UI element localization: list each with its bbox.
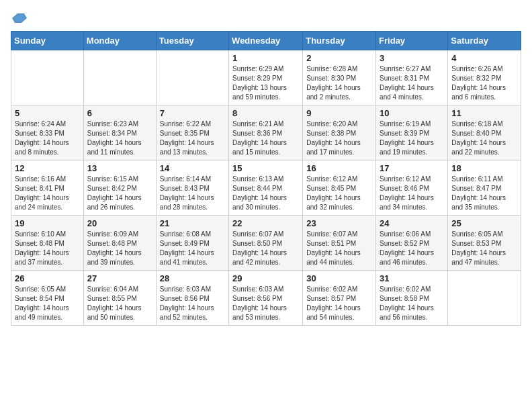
day-number: 3: [380, 53, 444, 63]
day-number: 7: [160, 108, 225, 118]
day-info: Sunrise: 6:11 AMSunset: 8:47 PMDaylight:…: [451, 175, 517, 212]
day-info: Sunrise: 6:06 AMSunset: 8:52 PMDaylight:…: [380, 230, 444, 267]
calendar-cell: 4Sunrise: 6:26 AMSunset: 8:32 PMDaylight…: [448, 50, 521, 105]
day-number: 8: [232, 108, 299, 118]
calendar-cell: 23Sunrise: 6:07 AMSunset: 8:51 PMDayligh…: [303, 216, 376, 271]
day-info: Sunrise: 6:12 AMSunset: 8:46 PMDaylight:…: [380, 175, 444, 212]
day-info: Sunrise: 6:02 AMSunset: 8:58 PMDaylight:…: [380, 285, 444, 322]
day-info: Sunrise: 6:10 AMSunset: 8:48 PMDaylight:…: [15, 230, 80, 267]
day-info: Sunrise: 6:13 AMSunset: 8:44 PMDaylight:…: [232, 175, 299, 212]
calendar-cell: 16Sunrise: 6:12 AMSunset: 8:45 PMDayligh…: [303, 161, 376, 216]
day-number: 17: [380, 163, 444, 173]
calendar-cell: 29Sunrise: 6:03 AMSunset: 8:56 PMDayligh…: [229, 271, 303, 326]
calendar-cell: 8Sunrise: 6:21 AMSunset: 8:36 PMDaylight…: [229, 105, 303, 161]
day-number: 2: [306, 53, 372, 63]
day-number: 12: [15, 163, 80, 173]
calendar-cell: 27Sunrise: 6:04 AMSunset: 8:55 PMDayligh…: [83, 271, 156, 326]
day-info: Sunrise: 6:27 AMSunset: 8:31 PMDaylight:…: [380, 64, 444, 102]
col-header-sunday: Sunday: [11, 32, 84, 50]
calendar-cell: [448, 271, 521, 326]
day-info: Sunrise: 6:22 AMSunset: 8:35 PMDaylight:…: [160, 120, 225, 157]
col-header-monday: Monday: [83, 32, 156, 50]
logo: [11, 11, 27, 23]
calendar-cell: 13Sunrise: 6:15 AMSunset: 8:42 PMDayligh…: [83, 161, 156, 216]
calendar-cell: 18Sunrise: 6:11 AMSunset: 8:47 PMDayligh…: [448, 161, 521, 216]
day-info: Sunrise: 6:08 AMSunset: 8:49 PMDaylight:…: [160, 230, 225, 267]
day-number: 5: [15, 108, 80, 118]
calendar-cell: 12Sunrise: 6:16 AMSunset: 8:41 PMDayligh…: [11, 161, 84, 216]
day-info: Sunrise: 6:03 AMSunset: 8:56 PMDaylight:…: [160, 285, 225, 322]
calendar-cell: 10Sunrise: 6:19 AMSunset: 8:39 PMDayligh…: [376, 105, 448, 161]
calendar-cell: 9Sunrise: 6:20 AMSunset: 8:38 PMDaylight…: [303, 105, 376, 161]
day-number: 19: [15, 218, 80, 228]
calendar-table: SundayMondayTuesdayWednesdayThursdayFrid…: [11, 31, 521, 326]
day-info: Sunrise: 6:28 AMSunset: 8:30 PMDaylight:…: [306, 64, 372, 102]
day-number: 6: [87, 108, 152, 118]
calendar-cell: 1Sunrise: 6:29 AMSunset: 8:29 PMDaylight…: [229, 50, 303, 105]
day-info: Sunrise: 6:04 AMSunset: 8:55 PMDaylight:…: [87, 285, 152, 322]
calendar-cell: 28Sunrise: 6:03 AMSunset: 8:56 PMDayligh…: [156, 271, 228, 326]
day-info: Sunrise: 6:19 AMSunset: 8:39 PMDaylight:…: [380, 120, 444, 157]
day-info: Sunrise: 6:02 AMSunset: 8:57 PMDaylight:…: [306, 285, 372, 322]
day-info: Sunrise: 6:23 AMSunset: 8:34 PMDaylight:…: [87, 120, 152, 157]
logo-icon: [12, 11, 27, 26]
col-header-saturday: Saturday: [448, 32, 521, 50]
day-number: 24: [380, 218, 444, 228]
col-header-wednesday: Wednesday: [229, 32, 303, 50]
calendar-week-row: 1Sunrise: 6:29 AMSunset: 8:29 PMDaylight…: [11, 50, 521, 105]
day-number: 13: [87, 163, 152, 173]
calendar-cell: 6Sunrise: 6:23 AMSunset: 8:34 PMDaylight…: [83, 105, 156, 161]
day-number: 27: [87, 273, 152, 283]
day-info: Sunrise: 6:03 AMSunset: 8:56 PMDaylight:…: [232, 285, 299, 322]
calendar-cell: [11, 50, 84, 105]
day-info: Sunrise: 6:07 AMSunset: 8:51 PMDaylight:…: [306, 230, 372, 267]
calendar-cell: [83, 50, 156, 105]
day-number: 10: [380, 108, 444, 118]
day-info: Sunrise: 6:14 AMSunset: 8:43 PMDaylight:…: [160, 175, 225, 212]
calendar-cell: 19Sunrise: 6:10 AMSunset: 8:48 PMDayligh…: [11, 216, 84, 271]
col-header-tuesday: Tuesday: [156, 32, 228, 50]
day-number: 20: [87, 218, 152, 228]
calendar-cell: 5Sunrise: 6:24 AMSunset: 8:33 PMDaylight…: [11, 105, 84, 161]
day-info: Sunrise: 6:24 AMSunset: 8:33 PMDaylight:…: [15, 120, 80, 157]
day-info: Sunrise: 6:18 AMSunset: 8:40 PMDaylight:…: [451, 120, 517, 157]
calendar-cell: 3Sunrise: 6:27 AMSunset: 8:31 PMDaylight…: [376, 50, 448, 105]
day-number: 15: [232, 163, 299, 173]
day-info: Sunrise: 6:12 AMSunset: 8:45 PMDaylight:…: [306, 175, 372, 212]
day-info: Sunrise: 6:07 AMSunset: 8:50 PMDaylight:…: [232, 230, 299, 267]
calendar-cell: 15Sunrise: 6:13 AMSunset: 8:44 PMDayligh…: [229, 161, 303, 216]
calendar-cell: [156, 50, 228, 105]
calendar-header-row: SundayMondayTuesdayWednesdayThursdayFrid…: [11, 32, 521, 50]
calendar-cell: 30Sunrise: 6:02 AMSunset: 8:57 PMDayligh…: [303, 271, 376, 326]
day-number: 9: [306, 108, 372, 118]
col-header-thursday: Thursday: [303, 32, 376, 50]
calendar-cell: 14Sunrise: 6:14 AMSunset: 8:43 PMDayligh…: [156, 161, 228, 216]
day-info: Sunrise: 6:09 AMSunset: 8:48 PMDaylight:…: [87, 230, 152, 267]
day-number: 16: [306, 163, 372, 173]
day-info: Sunrise: 6:26 AMSunset: 8:32 PMDaylight:…: [451, 64, 517, 102]
day-number: 23: [306, 218, 372, 228]
calendar-cell: 24Sunrise: 6:06 AMSunset: 8:52 PMDayligh…: [376, 216, 448, 271]
day-number: 26: [15, 273, 80, 283]
calendar-cell: 2Sunrise: 6:28 AMSunset: 8:30 PMDaylight…: [303, 50, 376, 105]
day-number: 25: [451, 218, 517, 228]
day-number: 21: [160, 218, 225, 228]
calendar-cell: 20Sunrise: 6:09 AMSunset: 8:48 PMDayligh…: [83, 216, 156, 271]
calendar-cell: 26Sunrise: 6:05 AMSunset: 8:54 PMDayligh…: [11, 271, 84, 326]
day-number: 30: [306, 273, 372, 283]
day-info: Sunrise: 6:20 AMSunset: 8:38 PMDaylight:…: [306, 120, 372, 157]
day-number: 4: [451, 53, 517, 63]
page-header: [11, 11, 521, 23]
day-number: 31: [380, 273, 444, 283]
day-info: Sunrise: 6:29 AMSunset: 8:29 PMDaylight:…: [232, 64, 299, 102]
calendar-week-row: 26Sunrise: 6:05 AMSunset: 8:54 PMDayligh…: [11, 271, 521, 326]
day-number: 28: [160, 273, 225, 283]
day-info: Sunrise: 6:15 AMSunset: 8:42 PMDaylight:…: [87, 175, 152, 212]
day-info: Sunrise: 6:05 AMSunset: 8:54 PMDaylight:…: [15, 285, 80, 322]
calendar-cell: 22Sunrise: 6:07 AMSunset: 8:50 PMDayligh…: [229, 216, 303, 271]
day-number: 11: [451, 108, 517, 118]
day-number: 18: [451, 163, 517, 173]
calendar-cell: 17Sunrise: 6:12 AMSunset: 8:46 PMDayligh…: [376, 161, 448, 216]
calendar-cell: 7Sunrise: 6:22 AMSunset: 8:35 PMDaylight…: [156, 105, 228, 161]
calendar-cell: 31Sunrise: 6:02 AMSunset: 8:58 PMDayligh…: [376, 271, 448, 326]
